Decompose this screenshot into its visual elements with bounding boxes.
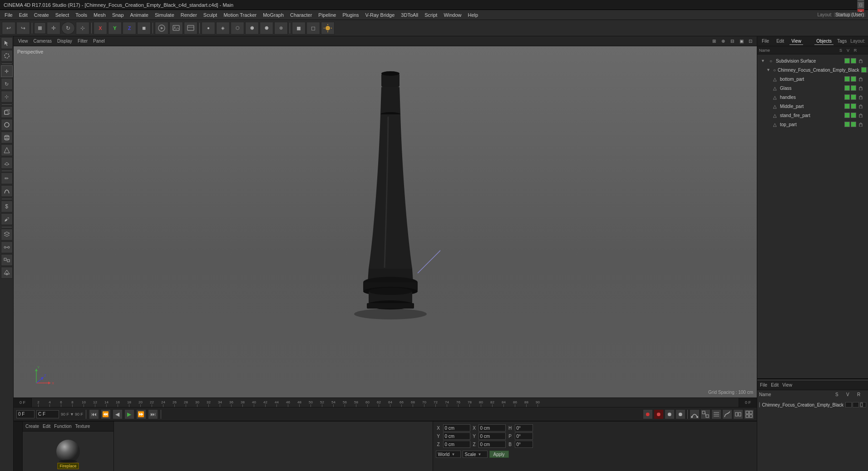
keyframe-field[interactable]: C F bbox=[36, 410, 59, 418]
mat-vis-3[interactable] bbox=[860, 402, 866, 407]
world-dropdown[interactable]: World ▼ bbox=[436, 451, 461, 458]
stand-fire-vis[interactable] bbox=[851, 113, 856, 118]
vp-icon-fit[interactable]: ⊞ bbox=[710, 38, 718, 45]
rp-tab-file[interactable]: File bbox=[760, 38, 771, 45]
bottom-part-vis[interactable] bbox=[851, 76, 856, 82]
obj-point-mode[interactable]: ● bbox=[202, 22, 215, 34]
play-back-button[interactable]: ◀ bbox=[113, 409, 123, 419]
tool-pen[interactable]: ✏ bbox=[1, 172, 13, 184]
tool-cone[interactable] bbox=[1, 144, 13, 156]
mat-tab-texture[interactable]: Texture bbox=[75, 424, 90, 429]
mode-model[interactable] bbox=[34, 22, 46, 34]
tool-mesh-3[interactable] bbox=[1, 254, 13, 266]
menu-3dtoall[interactable]: 3DToAll bbox=[398, 11, 421, 19]
handles-lock[interactable] bbox=[857, 94, 864, 100]
obj-poly-mode[interactable]: ⬡ bbox=[231, 22, 244, 34]
menu-mesh[interactable]: Mesh bbox=[91, 11, 108, 19]
render-view-button[interactable] bbox=[155, 22, 168, 34]
view-light-btn[interactable] bbox=[321, 22, 335, 34]
motion-clip-btn[interactable] bbox=[733, 409, 743, 419]
glass-lock[interactable] bbox=[857, 85, 864, 91]
coord-z-rot[interactable]: 0 cm bbox=[478, 441, 506, 448]
coord-b-rot[interactable]: 0° bbox=[515, 441, 533, 448]
redo-button[interactable]: ↩ bbox=[16, 22, 30, 34]
play-forward-button[interactable]: ▶ bbox=[124, 409, 134, 419]
tree-item-middle-part[interactable]: △ Middle_part bbox=[759, 102, 866, 111]
scale-dropdown[interactable]: Scale ▼ bbox=[463, 451, 488, 458]
menu-motion-tracker[interactable]: Motion Tracker bbox=[221, 11, 259, 19]
vp-icon-layout1[interactable]: ▣ bbox=[738, 38, 745, 45]
glass-vis[interactable] bbox=[851, 85, 856, 91]
prev-keyframe-button[interactable]: ⏪ bbox=[101, 409, 111, 419]
layout-selector[interactable]: Startup (User) bbox=[833, 12, 866, 18]
tool-translate[interactable]: ✛ bbox=[1, 65, 13, 77]
tree-item-glass[interactable]: △ Glass bbox=[759, 83, 866, 93]
tool-mesh-2[interactable] bbox=[1, 241, 13, 253]
tool-scale2[interactable]: ⊹ bbox=[1, 91, 13, 103]
bottom-part-color[interactable] bbox=[844, 76, 850, 82]
menu-script[interactable]: Script bbox=[422, 11, 440, 19]
tree-item-chimney[interactable]: ▼ ○ Chimney_Focus_Creation_Empty_Black bbox=[759, 65, 866, 74]
tree-item-top-part[interactable]: △ top_part bbox=[759, 120, 866, 129]
rp-bottom-view[interactable]: View bbox=[782, 383, 792, 388]
coord-x-rot[interactable]: 0 cm bbox=[478, 424, 506, 432]
coord-h-rot[interactable]: 0° bbox=[515, 424, 533, 432]
coord-x-pos[interactable]: 0 cm bbox=[443, 424, 470, 432]
tool-cylinder[interactable] bbox=[1, 132, 13, 143]
tool-cursor[interactable] bbox=[1, 37, 13, 49]
tool-mesh-1[interactable] bbox=[1, 229, 13, 240]
axis-all-button[interactable]: ◼ bbox=[137, 22, 151, 34]
tool-plane[interactable] bbox=[1, 157, 13, 169]
record-active-btn[interactable]: ⏺ bbox=[643, 409, 653, 419]
tree-item-handles[interactable]: △ handles bbox=[759, 93, 866, 102]
axis-z-button[interactable]: Z bbox=[123, 22, 136, 34]
tool-sphere[interactable] bbox=[1, 119, 13, 131]
mat-vis-1[interactable] bbox=[845, 402, 852, 407]
subdivision-vis[interactable] bbox=[851, 58, 856, 64]
view-wire-btn[interactable]: ◻ bbox=[306, 22, 320, 34]
vp-icon-maximize[interactable]: ⊡ bbox=[747, 38, 754, 45]
mat-tab-edit[interactable]: Edit bbox=[43, 424, 50, 429]
tool-live-selection[interactable] bbox=[1, 50, 13, 62]
handles-vis[interactable] bbox=[851, 94, 856, 100]
menu-help[interactable]: Help bbox=[465, 11, 481, 19]
coord-z-pos[interactable]: 0 cm bbox=[443, 441, 470, 448]
menu-tools[interactable]: Tools bbox=[73, 11, 90, 19]
menu-file[interactable]: File bbox=[2, 11, 15, 19]
goto-start-button[interactable]: ⏮ bbox=[89, 409, 99, 419]
vp-tab-cameras[interactable]: Cameras bbox=[32, 38, 54, 44]
subdivision-color[interactable] bbox=[844, 58, 850, 64]
vp-tab-panel[interactable]: Panel bbox=[91, 38, 107, 44]
timeline-btn[interactable] bbox=[711, 409, 721, 419]
vp-tab-filter[interactable]: Filter bbox=[76, 38, 89, 44]
move-tool-button[interactable]: ✛ bbox=[47, 22, 60, 34]
tool-brush[interactable]: 🖌 bbox=[1, 213, 13, 225]
coord-p-rot[interactable]: 0° bbox=[515, 432, 533, 440]
top-part-vis[interactable] bbox=[851, 122, 856, 127]
auto-key-btn[interactable]: ⏺ bbox=[654, 409, 664, 419]
bottom-part-lock[interactable] bbox=[857, 76, 864, 82]
top-part-color[interactable] bbox=[844, 122, 850, 127]
rp-tab-view[interactable]: View bbox=[789, 38, 803, 45]
vp-tab-display[interactable]: Display bbox=[55, 38, 74, 44]
key-all-btn[interactable]: ⏺ bbox=[665, 409, 675, 419]
tool-mesh-4[interactable] bbox=[1, 267, 13, 279]
menu-animate[interactable]: Animate bbox=[128, 11, 151, 19]
more-btn[interactable] bbox=[744, 409, 754, 419]
key-sel-btn[interactable]: ⏺ bbox=[676, 409, 686, 419]
coord-y-rot[interactable]: 0 cm bbox=[478, 432, 506, 440]
material-item-chimney[interactable]: Chimney_Focus_Creation_Empty_Black bbox=[759, 400, 866, 409]
menu-snap[interactable]: Snap bbox=[109, 11, 127, 19]
tree-item-bottom-part[interactable]: △ bottom_part bbox=[759, 74, 866, 83]
ik-fk-btn[interactable] bbox=[700, 409, 710, 419]
vp-icon-center[interactable]: ⊕ bbox=[720, 38, 727, 45]
menu-edit[interactable]: Edit bbox=[16, 11, 30, 19]
viewport-canvas[interactable]: Perspective bbox=[14, 46, 757, 397]
rp-tab-objects[interactable]: Objects bbox=[814, 38, 833, 45]
obj-edge-mode[interactable]: ◈ bbox=[216, 22, 230, 34]
menu-select[interactable]: Select bbox=[53, 11, 72, 19]
apply-button[interactable]: Apply bbox=[489, 451, 509, 458]
middle-part-color[interactable] bbox=[844, 103, 850, 109]
tool-dollar[interactable]: $ bbox=[1, 201, 13, 212]
menu-character[interactable]: Character bbox=[287, 11, 315, 19]
